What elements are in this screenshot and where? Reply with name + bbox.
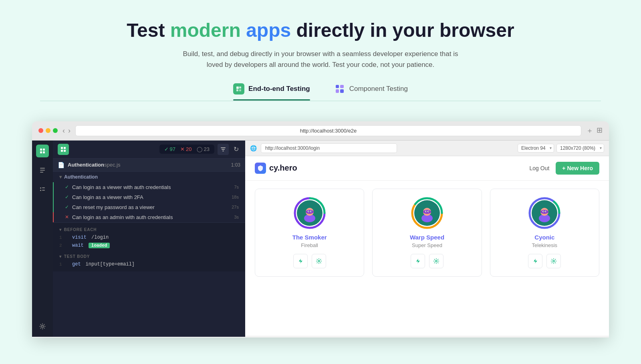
hero-name-2: Warp Speed bbox=[381, 234, 473, 241]
browser-url-bar[interactable]: http://localhost:3000/e2e bbox=[75, 125, 581, 136]
svg-point-28 bbox=[306, 210, 314, 214]
hero-avatar-1 bbox=[294, 197, 326, 229]
test-label-1: Can login as a viewer with auth credenti… bbox=[72, 184, 171, 190]
hero-actions-3 bbox=[498, 254, 591, 268]
test-item-3[interactable]: ✓ Can reset my password as a viewer 27s bbox=[53, 202, 245, 212]
refresh-button[interactable]: ↻ bbox=[232, 144, 240, 155]
test-check-1: ✓ bbox=[65, 184, 69, 190]
code-keyword-3: get bbox=[72, 261, 81, 267]
test-header: ✓97 ✕20 ◯23 ↻ bbox=[53, 141, 245, 159]
svg-rect-2 bbox=[236, 89, 238, 91]
svg-point-33 bbox=[318, 260, 320, 262]
hero-section: Test modern apps directly in your browse… bbox=[0, 0, 641, 113]
test-item-4[interactable]: ✕ Can login as an admin with auth creden… bbox=[53, 212, 245, 222]
hero-gear-btn-3[interactable] bbox=[546, 254, 561, 268]
svg-rect-4 bbox=[40, 149, 42, 151]
svg-point-43 bbox=[428, 211, 429, 212]
svg-rect-20 bbox=[221, 147, 226, 148]
svg-point-31 bbox=[308, 211, 309, 212]
svg-rect-3 bbox=[239, 89, 241, 91]
svg-rect-18 bbox=[61, 150, 63, 152]
svg-rect-7 bbox=[43, 151, 45, 153]
test-check-2: ✓ bbox=[65, 194, 69, 200]
code-keyword-2: wait bbox=[72, 243, 84, 248]
sidebar-icon-settings[interactable] bbox=[36, 320, 49, 333]
test-run-icon[interactable] bbox=[58, 144, 69, 155]
back-icon[interactable]: ‹ bbox=[62, 127, 65, 135]
tab-e2e[interactable]: End-to-end Testing bbox=[233, 83, 310, 101]
svg-point-54 bbox=[546, 211, 546, 212]
tab-bar: End-to-end Testing Component Testing bbox=[8, 83, 633, 101]
svg-point-53 bbox=[543, 211, 544, 212]
hero-gear-btn-2[interactable] bbox=[429, 254, 443, 268]
maximize-dot[interactable] bbox=[53, 128, 58, 133]
title-mid bbox=[241, 20, 246, 41]
app-navbar-right: Log Out + New Hero bbox=[530, 162, 599, 175]
svg-point-15 bbox=[42, 325, 44, 327]
hero-card-2: Warp Speed Super Speed bbox=[372, 189, 482, 277]
svg-point-55 bbox=[553, 260, 554, 262]
hero-gear-btn-1[interactable] bbox=[312, 254, 326, 268]
hero-power-2: Super Speed bbox=[381, 242, 473, 248]
app-preview: 🌐 http://localhost:3000/login Electron 9… bbox=[245, 141, 609, 337]
browser-window: ‹ › http://localhost:3000/e2e ＋ ⊞ bbox=[32, 121, 609, 338]
app-url-bar[interactable]: http://localhost:3000/login bbox=[261, 143, 397, 153]
fail-stat: ✕20 bbox=[180, 146, 191, 152]
before-each-header: ▾ BEFORE EACH bbox=[53, 226, 245, 233]
browser-chrome: ‹ › http://localhost:3000/e2e ＋ ⊞ bbox=[32, 121, 609, 141]
hero-bolt-btn-2[interactable] bbox=[411, 254, 425, 268]
group-name: Authentication bbox=[64, 174, 98, 180]
e2e-icon bbox=[233, 83, 244, 95]
browser-meta: Electron 94 ▾ 1280x720 (80%) ▾ bbox=[518, 144, 604, 153]
minimize-dot[interactable] bbox=[46, 128, 50, 133]
test-label-3: Can reset my password as a viewer bbox=[72, 204, 155, 210]
resolution-select[interactable]: 1280x720 (80%) bbox=[556, 144, 604, 153]
logout-button[interactable]: Log Out bbox=[530, 165, 550, 171]
svg-rect-22 bbox=[222, 151, 224, 151]
line-num-2: 2 bbox=[59, 243, 67, 248]
file-icon: 📄 bbox=[58, 162, 65, 168]
code-line-2: 2 wait loaded bbox=[53, 241, 245, 249]
browser-select-wrapper[interactable]: Electron 94 ▾ bbox=[518, 144, 554, 153]
pending-stat: ◯23 bbox=[197, 146, 210, 152]
forward-icon[interactable]: › bbox=[68, 127, 71, 135]
sidebar-icon-list[interactable] bbox=[36, 183, 49, 196]
svg-rect-21 bbox=[222, 149, 225, 150]
add-tab-icon[interactable]: ＋ bbox=[586, 126, 593, 135]
test-duration-2: 18s bbox=[232, 195, 239, 199]
filter-button[interactable] bbox=[218, 144, 229, 155]
test-item-2[interactable]: ✓ Can login as a viewer with 2FA 18s bbox=[53, 192, 245, 202]
before-each-label: BEFORE EACH bbox=[64, 227, 97, 232]
group-chevron: ▾ bbox=[59, 174, 62, 180]
svg-rect-13 bbox=[40, 190, 41, 191]
sidebar-icon-home[interactable] bbox=[36, 145, 49, 157]
hero-subtitle: Build, test, and debug directly in your … bbox=[180, 48, 461, 70]
sidebar-icon-specs[interactable] bbox=[36, 164, 49, 177]
browser-select[interactable]: Electron 94 bbox=[518, 144, 554, 153]
line-num-3: 1 bbox=[59, 262, 67, 267]
test-body-chevron: ▾ bbox=[59, 254, 62, 259]
sidebar bbox=[32, 141, 53, 337]
pass-stat: ✓97 bbox=[164, 146, 175, 152]
close-dot[interactable] bbox=[38, 128, 43, 133]
resolution-select-wrapper[interactable]: 1280x720 (80%) ▾ bbox=[556, 144, 604, 153]
test-check-4: ✕ bbox=[65, 214, 69, 220]
grid-icon[interactable]: ⊞ bbox=[597, 126, 603, 135]
test-body-header: ▾ TEST BODY bbox=[53, 253, 245, 260]
hero-bolt-btn-1[interactable] bbox=[293, 254, 308, 268]
test-item-1[interactable]: ✓ Can login as a viewer with auth creden… bbox=[53, 182, 245, 192]
code-line-1: 1 visit /login bbox=[53, 233, 245, 241]
hero-actions-1 bbox=[263, 254, 356, 268]
title-modern: modern bbox=[170, 20, 241, 41]
tab-component[interactable]: Component Testing bbox=[334, 83, 408, 101]
hero-bolt-btn-3[interactable] bbox=[528, 254, 542, 268]
svg-rect-9 bbox=[40, 170, 45, 171]
test-body-label: TEST BODY bbox=[64, 254, 90, 259]
new-hero-button[interactable]: + New Hero bbox=[556, 162, 599, 175]
title-pre: Test bbox=[127, 20, 170, 41]
svg-point-32 bbox=[310, 211, 311, 212]
svg-rect-14 bbox=[42, 190, 45, 191]
code-keyword-1: visit bbox=[72, 235, 87, 240]
tab-divider bbox=[40, 101, 601, 101]
hero-avatar-2 bbox=[411, 197, 443, 229]
